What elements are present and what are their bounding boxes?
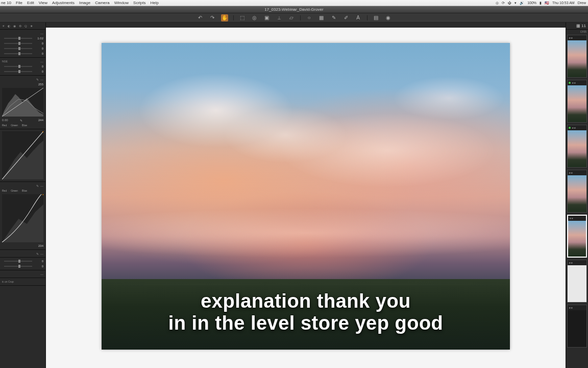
image-canvas[interactable]: explanation thank you in in the level st…: [102, 43, 510, 350]
picker-icon[interactable]: ✎: [36, 184, 39, 188]
focus-mask-icon[interactable]: ◉: [385, 14, 392, 21]
adjustments-panel: ☀ ◐ ◉ ⚙ Q ★ ⋯ 1.02 0 0 0 NGE⋯ 0 0 ✎⋯ 255: [0, 22, 46, 368]
straighten-icon[interactable]: ⟂: [276, 14, 283, 21]
menu-adjustments[interactable]: Adjustments: [52, 1, 75, 5]
tool-menu-icon[interactable]: ⋯: [40, 32, 43, 35]
menu-window[interactable]: Window: [114, 1, 129, 5]
picker-icon[interactable]: ✎: [36, 252, 39, 256]
clock[interactable]: Thu 10:53 AM: [552, 1, 575, 5]
curve-editor[interactable]: [2, 131, 43, 179]
tab-icon[interactable]: ☀: [2, 24, 5, 28]
channel-green[interactable]: Green: [11, 124, 18, 127]
mask-icon[interactable]: ▤: [373, 14, 380, 21]
tool-section: ⋯: [0, 270, 45, 278]
tool-menu-icon[interactable]: ⋯: [40, 252, 43, 256]
slider[interactable]: [4, 48, 32, 49]
menu-scripts[interactable]: Scripts: [133, 1, 145, 5]
document-title: 17_0323-Webinar_David-Grover: [264, 7, 323, 12]
spot-icon[interactable]: ○: [306, 14, 313, 21]
keystone-icon[interactable]: ▱: [288, 14, 295, 21]
crop-icon[interactable]: ▣: [263, 14, 271, 21]
select-icon[interactable]: ⬚: [239, 14, 246, 21]
tab-icon[interactable]: ◐: [8, 24, 10, 28]
thumbnail[interactable]: ★★: [567, 305, 587, 348]
slider[interactable]: [4, 71, 32, 72]
tab-icon[interactable]: ⚙: [19, 24, 21, 28]
channel-blue[interactable]: Blue: [22, 124, 27, 127]
thumbnail[interactable]: ★★: [567, 215, 587, 258]
levels-histogram[interactable]: [2, 88, 43, 117]
photo-sunset: explanation thank you in in the level st…: [102, 43, 510, 350]
status-icon[interactable]: ▾: [514, 1, 517, 5]
thumbnail[interactable]: ★★: [567, 170, 587, 213]
tool-section: ✎⋯: [0, 250, 45, 258]
adjust-picker-icon[interactable]: ✐: [342, 14, 350, 21]
channel-red[interactable]: Red: [2, 124, 7, 127]
slider[interactable]: [4, 38, 32, 39]
redo-icon[interactable]: ↷: [209, 14, 216, 21]
battery-status[interactable]: 100%: [527, 1, 536, 5]
rating-icon[interactable]: ★★: [569, 306, 573, 309]
menu-image[interactable]: Image: [79, 1, 90, 5]
levels-tool: ✎⋯ 255 0.00✎244 Red Green Blue: [0, 76, 45, 129]
tool-menu-icon[interactable]: ⋯: [40, 184, 43, 188]
slider[interactable]: [4, 66, 32, 67]
rating-icon[interactable]: ★★: [572, 81, 576, 84]
loupe-icon[interactable]: ◎: [251, 14, 258, 21]
macos-menubar: ne 10 File Edit View Adjustments Image C…: [0, 0, 588, 6]
channel-green[interactable]: Green: [11, 189, 18, 192]
menu-edit[interactable]: Edit: [27, 1, 34, 5]
user-name[interactable]: Drew: [578, 1, 586, 5]
rating-icon[interactable]: ★★: [572, 126, 576, 129]
annotate-icon[interactable]: A: [355, 14, 362, 21]
window-titlebar: 17_0323-Webinar_David-Grover: [0, 6, 588, 13]
rating-icon[interactable]: ★★: [569, 171, 573, 174]
slider[interactable]: [4, 43, 32, 44]
picker-icon[interactable]: ✎: [36, 78, 39, 81]
menu-help[interactable]: Help: [151, 1, 159, 5]
filename-label: CF05: [566, 30, 588, 34]
crop-tool: ic on Crop: [0, 278, 45, 286]
slider[interactable]: [4, 266, 32, 267]
rating-icon[interactable]: ★★: [569, 217, 573, 220]
flag-icon[interactable]: 🇺🇸: [545, 1, 549, 5]
tool-section: 0 0: [0, 258, 45, 270]
tool-section: ⋯ 1.02 0 0 0: [0, 30, 45, 58]
menu-camera[interactable]: Camera: [95, 1, 109, 5]
viewer-header: [46, 22, 566, 28]
thumbnail[interactable]: ★★: [567, 125, 587, 168]
slider[interactable]: [4, 261, 32, 262]
status-icon[interactable]: ⏻: [508, 1, 511, 5]
picker-icon[interactable]: ✎: [20, 119, 22, 122]
thumbnail[interactable]: ★★: [567, 260, 587, 303]
tool-menu-icon[interactable]: ⋯: [40, 272, 43, 276]
thumbnail[interactable]: ★★: [567, 80, 587, 123]
wb-picker-icon[interactable]: ✎: [330, 14, 337, 21]
curve-editor[interactable]: [2, 194, 43, 242]
thumbnail[interactable]: ★★: [567, 35, 587, 78]
undo-icon[interactable]: ↶: [197, 14, 204, 21]
status-icon[interactable]: ◎: [496, 1, 499, 5]
slider[interactable]: [4, 53, 32, 54]
status-icon[interactable]: 🔊: [520, 1, 524, 5]
tool-section: NGE⋯ 0 0: [0, 58, 45, 76]
tool-tab-row: ☀ ◐ ◉ ⚙ Q ★: [0, 22, 45, 30]
status-icon[interactable]: ⟳: [502, 1, 505, 5]
tool-menu-icon[interactable]: ⋯: [40, 60, 43, 63]
menu-view[interactable]: View: [39, 1, 47, 5]
channel-red[interactable]: Red: [2, 189, 7, 192]
tab-icon[interactable]: Q: [24, 25, 27, 28]
app-name[interactable]: ne 10: [1, 1, 11, 5]
tab-icon[interactable]: ★: [30, 24, 33, 28]
battery-icon[interactable]: ▮: [540, 1, 542, 5]
menu-file[interactable]: File: [16, 1, 22, 5]
rating-icon[interactable]: ★★: [569, 261, 573, 264]
grid-icon[interactable]: ▦: [576, 24, 580, 28]
channel-blue[interactable]: Blue: [22, 189, 27, 192]
overlay-icon[interactable]: ▦: [318, 14, 325, 21]
pan-icon[interactable]: ✋: [221, 14, 228, 21]
tool-menu-icon[interactable]: ⋯: [40, 78, 43, 81]
tab-icon[interactable]: ◉: [13, 24, 16, 28]
browser-panel: ▦ 11 CF05 ★★★★★★★★★★★★★★: [566, 22, 588, 368]
rating-icon[interactable]: ★★: [569, 36, 573, 39]
